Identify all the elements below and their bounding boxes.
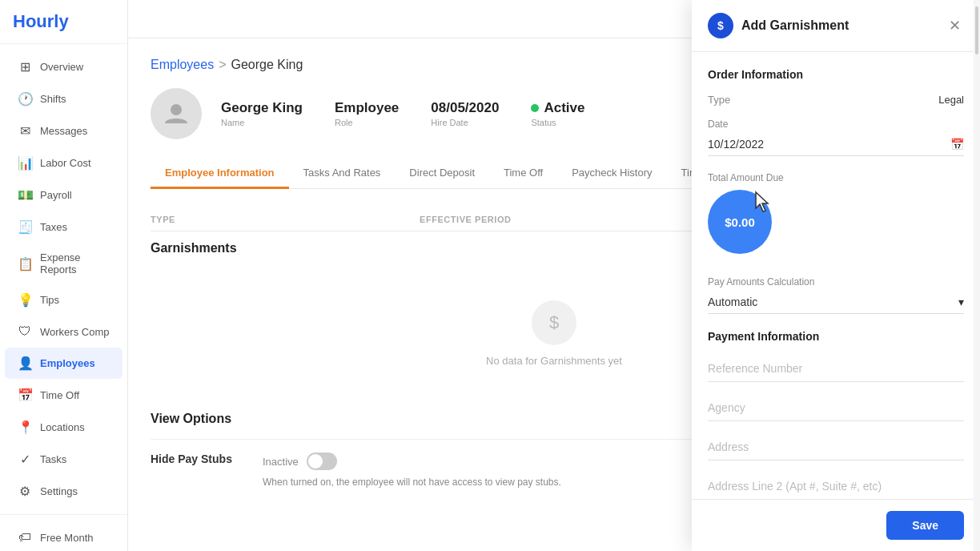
tab-time-off[interactable]: Time Off bbox=[489, 159, 557, 189]
employee-hire-date: 08/05/2020 bbox=[431, 100, 499, 116]
sidebar-item-labor-cost[interactable]: 📊 Labor Cost bbox=[5, 147, 122, 179]
payroll-icon: 💵 bbox=[18, 187, 32, 203]
main-content: ? Contact Employees > George King George… bbox=[128, 0, 980, 551]
sidebar-item-label-labor-cost: Labor Cost bbox=[40, 157, 91, 169]
hide-pay-stubs-toggle[interactable] bbox=[307, 452, 337, 470]
panel-header-icon: $ bbox=[708, 13, 733, 38]
employee-name-label: Name bbox=[221, 118, 303, 127]
tab-paycheck-history[interactable]: Paycheck History bbox=[557, 159, 666, 189]
breadcrumb-current: George King bbox=[231, 58, 303, 72]
tab-direct-deposit[interactable]: Direct Deposit bbox=[395, 159, 489, 189]
tab-employee-information[interactable]: Employee Information bbox=[151, 159, 289, 189]
sidebar-item-label-payroll: Payroll bbox=[40, 189, 72, 201]
tips-icon: 💡 bbox=[18, 292, 32, 308]
app-logo: Hourly bbox=[0, 0, 127, 44]
address-input[interactable] bbox=[708, 434, 964, 461]
sidebar-item-label-shifts: Shifts bbox=[40, 93, 66, 105]
workers-comp-icon: 🛡 bbox=[18, 324, 32, 339]
pay-amounts-label: Pay Amounts Calculation bbox=[708, 276, 964, 288]
breadcrumb-parent[interactable]: Employees bbox=[151, 58, 214, 72]
garnishments-empty-icon: $ bbox=[532, 300, 576, 345]
messages-icon: ✉ bbox=[18, 123, 32, 139]
sidebar-item-shifts[interactable]: 🕐 Shifts bbox=[5, 83, 122, 115]
type-row: Type Legal bbox=[708, 94, 964, 106]
sidebar-item-locations[interactable]: 📍 Locations bbox=[5, 412, 122, 443]
date-field: Date 10/12/2022 📅 bbox=[708, 119, 964, 156]
panel-header: $ Add Garnishment ✕ bbox=[692, 0, 980, 52]
sidebar-item-label-locations: Locations bbox=[40, 421, 85, 433]
breadcrumb-separator: > bbox=[219, 58, 226, 72]
employee-name-field: George King Name bbox=[221, 100, 303, 127]
overview-icon: ⊞ bbox=[18, 59, 32, 74]
sidebar-item-taxes[interactable]: 🧾 Taxes bbox=[5, 211, 122, 243]
total-amount-box: $0.00 bbox=[708, 190, 772, 254]
sidebar-item-expense-reports[interactable]: 📋 Expense Reports bbox=[5, 243, 122, 284]
sidebar-item-label-settings: Settings bbox=[40, 485, 78, 497]
sidebar-item-label-overview: Overview bbox=[40, 61, 83, 73]
sidebar-item-label-messages: Messages bbox=[40, 125, 87, 137]
free-month-icon: 🏷 bbox=[18, 530, 32, 545]
hide-pay-stubs-desc: When turned on, the employee will not ha… bbox=[263, 477, 561, 488]
employee-role-label: Role bbox=[335, 118, 399, 127]
agency-input[interactable] bbox=[708, 395, 964, 421]
sidebar-item-tips[interactable]: 💡 Tips bbox=[5, 284, 122, 316]
sidebar: Hourly ⊞ Overview 🕐 Shifts ✉ Messages 📊 … bbox=[0, 0, 128, 551]
employee-status: Active bbox=[531, 100, 584, 116]
time-off-icon: 📅 bbox=[18, 388, 32, 403]
sidebar-item-employees[interactable]: 👤 Employees bbox=[5, 348, 122, 379]
sidebar-item-label-free-month: Free Month bbox=[40, 532, 93, 544]
reference-number-input[interactable] bbox=[708, 356, 964, 382]
employee-role: Employee bbox=[335, 100, 399, 116]
order-info-title: Order Information bbox=[708, 68, 964, 81]
total-amount-label: Total Amount Due bbox=[708, 172, 964, 183]
scrollbar-track bbox=[974, 0, 980, 551]
sidebar-item-tasks[interactable]: ✓ Tasks bbox=[5, 444, 122, 475]
inactive-label: Inactive bbox=[263, 456, 299, 468]
sidebar-item-label-employees: Employees bbox=[40, 357, 95, 369]
panel-close-button[interactable]: ✕ bbox=[945, 16, 964, 35]
pay-amounts-field: Pay Amounts Calculation Automatic ▾ bbox=[708, 276, 964, 314]
employees-icon: 👤 bbox=[18, 356, 32, 371]
table-col-type: TYPE bbox=[151, 215, 420, 224]
sidebar-bottom: 🏷 Free Month bbox=[0, 514, 127, 551]
avatar bbox=[151, 88, 202, 139]
type-value: Legal bbox=[938, 94, 964, 106]
employee-hire-date-field: 08/05/2020 Hire Date bbox=[431, 100, 499, 127]
employee-status-label: Status bbox=[531, 118, 584, 127]
sidebar-item-messages[interactable]: ✉ Messages bbox=[5, 115, 122, 147]
panel-footer: Save bbox=[692, 499, 980, 551]
sidebar-item-workers-comp[interactable]: 🛡 Workers Comp bbox=[5, 316, 122, 347]
hide-pay-stubs-label: Hide Pay Stubs bbox=[151, 452, 247, 465]
sidebar-item-free-month[interactable]: 🏷 Free Month bbox=[5, 522, 122, 551]
calendar-icon[interactable]: 📅 bbox=[950, 138, 964, 151]
employee-role-field: Employee Role bbox=[335, 100, 399, 127]
sidebar-item-label-expense-reports: Expense Reports bbox=[40, 251, 110, 276]
employee-status-value: Active bbox=[544, 100, 584, 116]
total-amount-wrapper: $0.00 bbox=[708, 190, 772, 263]
date-input[interactable]: 10/12/2022 📅 bbox=[708, 133, 964, 156]
date-value: 10/12/2022 bbox=[708, 138, 764, 151]
sidebar-item-payroll[interactable]: 💵 Payroll bbox=[5, 179, 122, 211]
taxes-icon: 🧾 bbox=[18, 219, 32, 235]
sidebar-item-label-workers-comp: Workers Comp bbox=[40, 326, 109, 338]
employee-hire-date-label: Hire Date bbox=[431, 118, 499, 127]
chevron-down-icon: ▾ bbox=[958, 296, 964, 308]
tasks-icon: ✓ bbox=[18, 452, 32, 467]
sidebar-item-overview[interactable]: ⊞ Overview bbox=[5, 51, 122, 82]
employee-fields: George King Name Employee Role 08/05/202… bbox=[221, 100, 584, 127]
employee-name: George King bbox=[221, 100, 303, 116]
sidebar-item-label-time-off: Time Off bbox=[40, 389, 79, 401]
panel-body: Order Information Type Legal Date 10/12/… bbox=[692, 52, 980, 499]
settings-icon: ⚙ bbox=[18, 484, 32, 499]
total-amount-section: Total Amount Due $0.00 bbox=[708, 172, 964, 263]
save-button[interactable]: Save bbox=[886, 511, 964, 540]
address-line2-input[interactable] bbox=[708, 473, 964, 499]
sidebar-item-time-off[interactable]: 📅 Time Off bbox=[5, 380, 122, 411]
pay-amounts-select[interactable]: Automatic ▾ bbox=[708, 291, 964, 314]
tab-tasks-and-rates[interactable]: Tasks And Rates bbox=[289, 159, 396, 189]
sidebar-item-label-tips: Tips bbox=[40, 294, 59, 306]
sidebar-nav: ⊞ Overview 🕐 Shifts ✉ Messages 📊 Labor C… bbox=[0, 44, 127, 514]
scrollbar-thumb[interactable] bbox=[975, 6, 978, 54]
sidebar-item-settings[interactable]: ⚙ Settings bbox=[5, 476, 122, 507]
panel-title: Add Garnishment bbox=[741, 18, 937, 33]
